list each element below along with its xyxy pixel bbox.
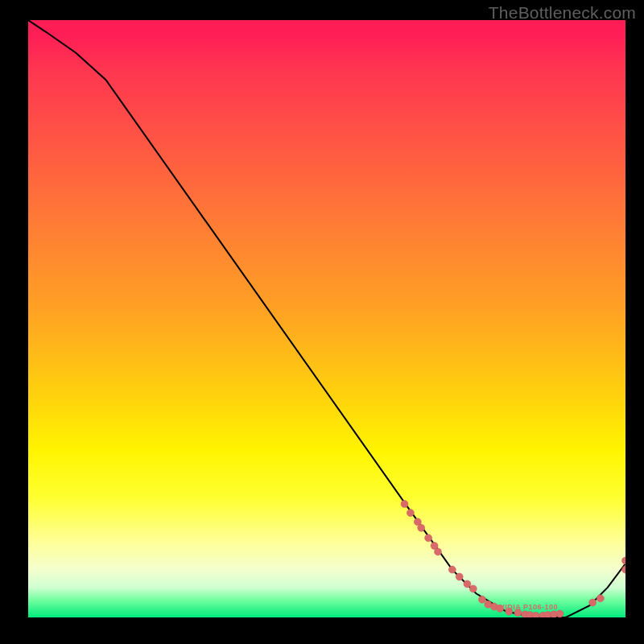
data-point xyxy=(589,599,597,606)
data-point xyxy=(407,510,414,517)
data-point xyxy=(464,580,471,588)
data-point xyxy=(556,610,564,617)
data-point xyxy=(435,548,442,555)
data-point xyxy=(597,595,604,602)
data-point xyxy=(622,557,626,564)
data-point xyxy=(622,566,626,573)
data-points xyxy=(28,20,625,617)
data-point xyxy=(456,573,463,580)
data-point xyxy=(532,612,539,617)
data-point xyxy=(401,501,408,508)
plot-area: NVIDIA P106-100 xyxy=(28,20,625,617)
watermark-text: TheBottleneck.com xyxy=(489,3,636,23)
data-point xyxy=(469,585,477,592)
series-label: NVIDIA P106-100 xyxy=(494,603,558,611)
chart-stage: TheBottleneck.com NVIDIA P106-100 xyxy=(0,0,644,644)
data-point xyxy=(448,566,456,573)
data-point xyxy=(418,524,425,531)
data-point xyxy=(478,596,485,603)
data-point xyxy=(425,535,432,542)
